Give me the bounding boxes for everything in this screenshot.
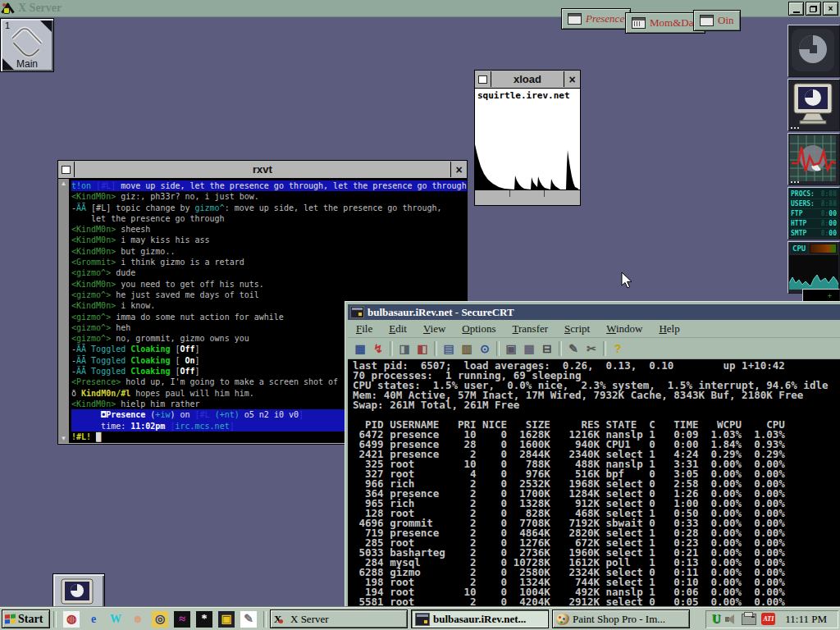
monitor-pie-icon	[788, 80, 838, 129]
paste-icon[interactable]: ▥	[458, 340, 476, 357]
tray-ati-icon[interactable]: ATI	[761, 613, 775, 625]
task-button-securecrt[interactable]: bulbasaur.iRev.net...	[411, 609, 549, 628]
disconnect-icon[interactable]: ◧	[413, 340, 431, 357]
rxvt-titlebar[interactable]: rxvt ×	[58, 161, 467, 179]
taskbar-separator	[53, 611, 57, 628]
securecrt-icon	[350, 306, 364, 318]
dockapp-pie-clock[interactable]	[788, 25, 840, 77]
new-session-icon[interactable]: ▦	[351, 340, 369, 357]
new-window-icon[interactable]: ▣	[502, 340, 520, 357]
terminal-line: -ÄĀ [#L] topic change by gizmo^: move up…	[71, 203, 467, 213]
ql-notepad-icon[interactable]: ✎	[240, 611, 257, 628]
window-menu-button[interactable]	[58, 162, 75, 177]
tray-ultramon-icon[interactable]: U	[712, 612, 721, 626]
mouse-cursor	[621, 272, 634, 290]
xload-title: xload	[491, 73, 564, 85]
terminal-line: <KindM0n> sheesh	[71, 224, 467, 235]
task-button-paintshoppro[interactable]: Paint Shop Pro - Im...	[552, 609, 690, 628]
scroll-up-icon[interactable]: ▲	[61, 179, 67, 188]
task-button-xserver[interactable]: X X Server	[270, 609, 408, 628]
xserver-icon: X	[274, 614, 287, 625]
toolbar-separator	[496, 341, 500, 356]
tray-fax-icon[interactable]	[742, 614, 756, 625]
terminal-line: Swap: 261M Total, 261M Free	[353, 400, 840, 410]
ql-avatar-icon[interactable]: ☻	[130, 611, 146, 628]
window-menu-button[interactable]	[475, 71, 491, 87]
restore-button[interactable]	[806, 2, 821, 16]
toolbar-separator	[559, 341, 562, 356]
ql-winamp-icon[interactable]: W	[107, 611, 124, 628]
securecrt-titlebar[interactable]: bulbasaur.iRev.net - SecureCRT	[348, 304, 840, 320]
connect-icon[interactable]: ◨	[395, 340, 413, 357]
scroll-down-icon[interactable]: ▼	[61, 434, 67, 443]
workspace-label: Main	[1, 58, 53, 70]
menu-help[interactable]: Help	[651, 321, 687, 337]
xserver-icon	[2, 2, 15, 15]
ql-starburst-icon[interactable]: *	[196, 611, 212, 628]
partially-hidden-monitor-icon[interactable]	[52, 573, 105, 611]
close-icon[interactable]: ×	[564, 71, 580, 87]
close-icon[interactable]: ×	[450, 162, 467, 177]
print-icon[interactable]: ⊟	[538, 340, 556, 357]
windows-flag-icon	[5, 614, 16, 624]
dockapp-cpu-load[interactable]: CPU	[788, 241, 840, 294]
terminal-line: <KindM0n> i may kiss his ass	[71, 235, 467, 245]
help-icon[interactable]: ?	[609, 340, 627, 357]
find-icon[interactable]: ⊙	[476, 340, 494, 357]
lcd-row-procs: PROCS:8:88	[791, 190, 837, 199]
scrollbar[interactable]: ▲ ▼	[58, 179, 70, 443]
ql-find-files-icon[interactable]: ◎	[152, 611, 168, 628]
taskbar: Start ◍eW☻◎≈*▣✎ X X Server bulbasaur.iRe…	[0, 607, 840, 630]
menu-script[interactable]: Script	[556, 321, 598, 337]
dockapp-monitor[interactable]	[788, 79, 840, 131]
tray-clock: 11:11 PM	[780, 613, 832, 626]
taskbar-separator	[263, 611, 267, 628]
securecrt-icon	[415, 613, 430, 626]
minimized-window-presence[interactable]: Presence	[561, 8, 631, 30]
menu-window[interactable]: Window	[598, 321, 651, 337]
close-button[interactable]: ×	[823, 2, 838, 16]
menu-edit[interactable]: Edit	[381, 321, 415, 337]
copy-icon[interactable]: ▤	[440, 340, 458, 357]
lcd-row-users: USERS:8:88	[791, 200, 837, 209]
dock-dots-decoration	[791, 127, 799, 129]
terminal-line: t!on [#L] move up side, let the presence…	[71, 180, 467, 191]
workspace-pager[interactable]: 1 Main	[0, 18, 54, 72]
xload-hostname: squirtle.irev.net	[477, 90, 570, 101]
tray-volume-icon[interactable]	[725, 614, 737, 625]
toolbar-separator	[603, 341, 606, 356]
cpu-history-graph	[789, 255, 838, 290]
keymap-editor-icon[interactable]: ✂	[582, 340, 600, 357]
ql-securecrt-icon[interactable]: ▣	[218, 611, 235, 628]
lcd-row-http: HTTP8:00	[791, 220, 837, 229]
start-button[interactable]: Start	[2, 609, 50, 628]
window-icon	[632, 17, 646, 29]
dock-dots-decoration	[791, 181, 799, 183]
terminal-line: <KindM0n> you need to get off his nuts.	[71, 279, 467, 290]
properties-icon[interactable]: ✎	[564, 340, 582, 357]
top-command-output[interactable]: last pid: 6507; load averages: 0.26, 0.1…	[348, 359, 840, 609]
terminal-line: <Grommit> i think gizmo is a retard	[71, 257, 467, 267]
dockapp-services-lcd[interactable]: PROCS:8:88USERS:8:88FTP8:00HTTP8:00SMTP8…	[788, 187, 840, 240]
ql-internet-explorer-icon[interactable]: e	[85, 611, 102, 628]
ql-paint-icon[interactable]: ◍	[63, 611, 80, 628]
minimized-window-oin[interactable]: Oin	[693, 10, 741, 31]
quick-connect-icon[interactable]: ↯	[369, 340, 387, 357]
xload-window: xload × squirtle.irev.net	[474, 70, 581, 206]
ql-graphics-icon[interactable]: ≈	[174, 611, 190, 628]
lcd-row-ftp: FTP8:00	[791, 210, 837, 219]
menu-file[interactable]: File	[348, 321, 381, 337]
lcd-row-smtp: SMTP8:00	[791, 230, 837, 239]
services-lcd-panel: PROCS:8:88USERS:8:88FTP8:00HTTP8:00SMTP8…	[788, 188, 839, 237]
xload-titlebar[interactable]: xload ×	[475, 71, 580, 89]
load-history-graph	[475, 140, 578, 189]
dockapp-network-monitor[interactable]	[788, 133, 840, 185]
clone-session-icon[interactable]: ▩	[520, 340, 538, 357]
toolbar-separator	[390, 341, 393, 356]
pager-corner-decoration	[40, 21, 52, 32]
menu-options[interactable]: Options	[454, 321, 504, 337]
menu-transfer[interactable]: Transfer	[504, 321, 557, 337]
terminal-line: 5581 root 2 0 4204K 2912K select 0 0:05 …	[353, 597, 840, 607]
menu-view[interactable]: View	[415, 321, 454, 337]
minimize-button[interactable]	[788, 2, 804, 16]
